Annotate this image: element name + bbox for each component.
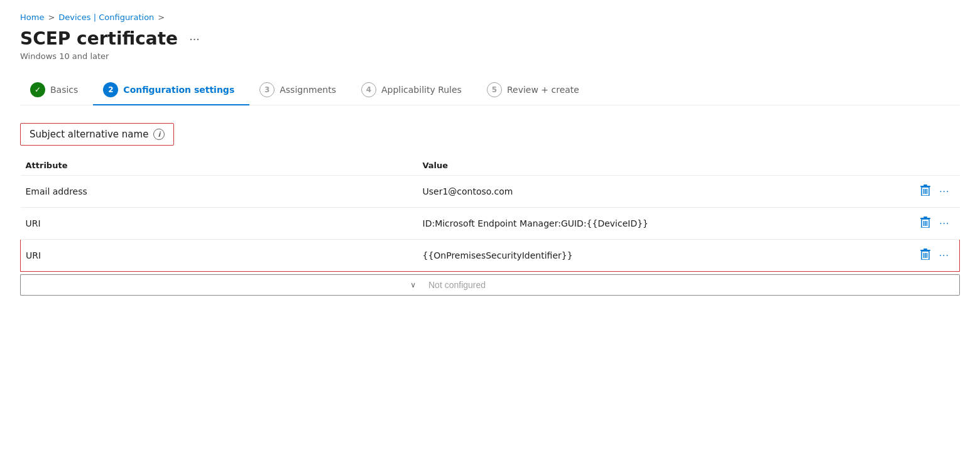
table-row: Email addressUser1@contoso.com··· [21, 176, 960, 208]
row-more-button[interactable]: ··· [937, 217, 952, 230]
page-title-row: SCEP certificate ··· [20, 28, 960, 49]
tab-basics-label: Basics [50, 85, 78, 95]
cell-value: {{OnPremisesSecurityIdentifier}} [423, 240, 910, 272]
svg-rect-12 [923, 249, 927, 250]
svg-rect-0 [923, 185, 927, 186]
cell-actions: ··· [910, 208, 960, 240]
page-title: SCEP certificate [20, 28, 178, 49]
attribute-select[interactable]: User Principal Name (UPN)Email addressDN… [20, 274, 422, 296]
tab-assignments-circle: 3 [259, 82, 275, 97]
tab-review[interactable]: 5 Review + create [477, 76, 594, 105]
section-header: Subject alternative name i [20, 123, 174, 146]
cell-attribute: URI [21, 208, 423, 240]
breadcrumb-home[interactable]: Home [20, 13, 44, 22]
attribute-select-wrapper: User Principal Name (UPN)Email addressDN… [20, 274, 422, 296]
value-input[interactable] [422, 274, 960, 296]
cell-actions: ··· [910, 176, 960, 208]
wizard-tabs: ✓ Basics 2 Configuration settings 3 Assi… [20, 76, 960, 105]
delete-row-button[interactable] [918, 215, 933, 232]
tab-config-circle: 2 [103, 82, 118, 97]
delete-row-button[interactable] [918, 247, 933, 264]
tab-applicability-circle: 4 [361, 82, 376, 97]
breadcrumb: Home > Devices | Configuration > [20, 13, 960, 22]
add-row: User Principal Name (UPN)Email addressDN… [20, 274, 960, 296]
breadcrumb-sep2: > [158, 13, 165, 22]
cell-actions: ··· [910, 240, 960, 272]
row-more-button[interactable]: ··· [937, 185, 952, 198]
tab-basics[interactable]: ✓ Basics [20, 76, 93, 105]
info-icon[interactable]: i [153, 129, 165, 140]
cell-attribute: URI [21, 240, 423, 272]
tab-basics-circle: ✓ [30, 82, 45, 97]
tab-configuration[interactable]: 2 Configuration settings [93, 76, 249, 105]
delete-row-button[interactable] [918, 183, 933, 200]
table-row: URIID:Microsoft Endpoint Manager:GUID:{{… [21, 208, 960, 240]
col-header-actions [910, 156, 960, 176]
tab-config-label: Configuration settings [123, 85, 234, 95]
col-header-value: Value [423, 156, 910, 176]
attribute-table: Attribute Value Email addressUser1@conto… [20, 156, 960, 272]
breadcrumb-sep1: > [48, 13, 55, 22]
page-more-button[interactable]: ··· [185, 30, 204, 47]
breadcrumb-devices[interactable]: Devices | Configuration [58, 13, 154, 22]
col-header-attribute: Attribute [21, 156, 423, 176]
tab-assignments-label: Assignments [280, 85, 336, 95]
tab-review-label: Review + create [507, 85, 579, 95]
svg-rect-6 [923, 217, 927, 218]
section-title: Subject alternative name [30, 129, 148, 140]
tab-assignments[interactable]: 3 Assignments [249, 76, 351, 105]
table-row: URI{{OnPremisesSecurityIdentifier}}··· [21, 240, 960, 272]
row-more-button[interactable]: ··· [937, 249, 952, 262]
cell-value: ID:Microsoft Endpoint Manager:GUID:{{Dev… [423, 208, 910, 240]
cell-attribute: Email address [21, 176, 423, 208]
page-subtitle: Windows 10 and later [20, 51, 960, 61]
tab-applicability-label: Applicability Rules [381, 85, 462, 95]
cell-value: User1@contoso.com [423, 176, 910, 208]
tab-applicability[interactable]: 4 Applicability Rules [351, 76, 477, 105]
tab-review-circle: 5 [487, 82, 502, 97]
